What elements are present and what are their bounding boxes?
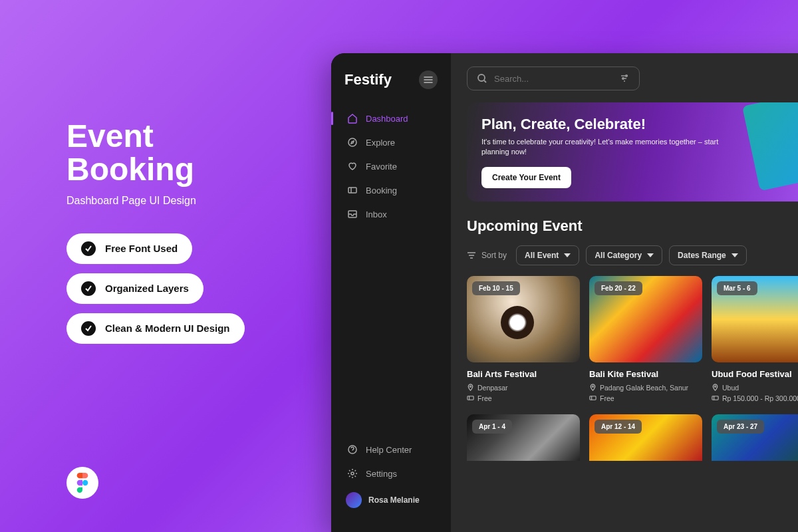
search-field[interactable] bbox=[494, 74, 614, 84]
svg-rect-14 bbox=[712, 396, 718, 400]
feature-pill: Free Font Used bbox=[66, 233, 192, 264]
search-input[interactable] bbox=[467, 66, 640, 90]
event-title: Ubud Food Festival bbox=[712, 369, 798, 379]
check-icon bbox=[81, 241, 96, 256]
filter-label: Dates Range bbox=[678, 251, 726, 260]
inbox-icon bbox=[347, 209, 358, 219]
filters-row: Sort by All Event All Category Dates Ran… bbox=[467, 245, 798, 265]
ticket-icon bbox=[589, 394, 597, 402]
user-profile[interactable]: Rosa Melanie bbox=[331, 485, 451, 515]
hero-banner: Plan, Create, Celebrate! It's time to ce… bbox=[467, 102, 798, 201]
date-badge: Apr 1 - 4 bbox=[472, 420, 512, 434]
sidebar-item-favorite[interactable]: Favorite bbox=[338, 154, 444, 178]
event-image: Feb 10 - 15 bbox=[467, 276, 580, 362]
nav-secondary: Help Center Settings bbox=[331, 438, 451, 485]
date-badge: Apr 23 - 27 bbox=[717, 420, 764, 434]
nav-main: Dashboard Explore Favorite Booking Inbox bbox=[331, 106, 451, 226]
app-logo: Festify bbox=[344, 71, 419, 88]
event-cards-row-2: Apr 1 - 4 Apr 12 - 14 Apr 23 - 27 bbox=[467, 414, 798, 461]
sidebar-item-label: Settings bbox=[366, 469, 397, 479]
figma-icon bbox=[66, 467, 98, 499]
promo-title: EventBooking bbox=[66, 120, 293, 187]
main-content: Plan, Create, Celebrate! It's time to ce… bbox=[451, 53, 798, 532]
compass-icon bbox=[347, 137, 358, 148]
svg-point-13 bbox=[714, 386, 716, 387]
help-icon bbox=[347, 444, 358, 455]
date-badge: Mar 5 - 6 bbox=[717, 281, 757, 295]
event-card[interactable]: Apr 23 - 27 bbox=[712, 414, 798, 461]
sidebar-item-explore[interactable]: Explore bbox=[338, 130, 444, 154]
filter-icon[interactable] bbox=[619, 73, 630, 84]
event-card[interactable]: Feb 20 - 22 Bali Kite Festival Padang Ga… bbox=[589, 276, 702, 405]
event-location: Padang Galak Beach, Sanur bbox=[589, 384, 702, 392]
home-icon bbox=[347, 113, 358, 124]
pin-icon bbox=[712, 384, 719, 391]
avatar bbox=[346, 492, 362, 508]
event-card[interactable]: Apr 12 - 14 bbox=[589, 414, 702, 461]
svg-rect-12 bbox=[590, 396, 596, 400]
filter-label: All Event bbox=[525, 251, 559, 260]
gear-icon bbox=[347, 468, 358, 479]
feature-pill-label: Organized Layers bbox=[105, 283, 189, 294]
event-title: Bali Kite Festival bbox=[589, 369, 702, 379]
svg-point-5 bbox=[351, 472, 354, 475]
sidebar-item-label: Explore bbox=[366, 138, 395, 148]
event-location: Denpasar bbox=[467, 384, 580, 392]
event-card[interactable]: Feb 10 - 15 Bali Arts Festival Denpasar … bbox=[467, 276, 580, 405]
event-card[interactable]: Apr 1 - 4 bbox=[467, 414, 580, 461]
ticket-icon bbox=[347, 185, 358, 196]
event-price: Rp 150.000 - Rp 300.000 bbox=[712, 394, 798, 402]
sidebar-item-label: Booking bbox=[366, 186, 397, 196]
ticket-icon bbox=[712, 394, 719, 402]
filter-event-type[interactable]: All Event bbox=[516, 245, 579, 265]
sidebar-item-inbox[interactable]: Inbox bbox=[338, 202, 444, 226]
event-image: Mar 5 - 6 bbox=[712, 276, 798, 362]
filter-label: All Category bbox=[595, 251, 642, 260]
sidebar-item-label: Inbox bbox=[366, 209, 387, 219]
section-title: Upcoming Event bbox=[467, 217, 798, 235]
sort-label: Sort by bbox=[481, 251, 507, 260]
sidebar-item-booking[interactable]: Booking bbox=[338, 178, 444, 202]
event-price: Free bbox=[589, 394, 702, 402]
ticket-icon bbox=[467, 394, 474, 402]
check-icon bbox=[81, 321, 96, 336]
sidebar-item-help[interactable]: Help Center bbox=[338, 438, 444, 462]
filter-dates[interactable]: Dates Range bbox=[669, 245, 747, 265]
event-card[interactable]: Mar 5 - 6 Ubud Food Festival Ubud Rp 150… bbox=[712, 276, 798, 405]
sort-icon bbox=[467, 251, 476, 259]
pin-icon bbox=[589, 384, 597, 391]
menu-toggle-button[interactable] bbox=[419, 70, 438, 89]
svg-point-11 bbox=[592, 386, 593, 387]
date-badge: Feb 10 - 15 bbox=[472, 281, 520, 295]
pin-icon bbox=[467, 384, 474, 391]
hamburger-icon bbox=[424, 76, 433, 83]
search-icon bbox=[477, 73, 487, 84]
sidebar-item-settings[interactable]: Settings bbox=[338, 462, 444, 485]
feature-pill: Clean & Modern UI Design bbox=[66, 313, 245, 344]
svg-rect-10 bbox=[467, 396, 473, 400]
sidebar-item-dashboard[interactable]: Dashboard bbox=[338, 106, 444, 130]
svg-point-9 bbox=[469, 386, 471, 387]
event-cards-row: Feb 10 - 15 Bali Arts Festival Denpasar … bbox=[467, 276, 798, 405]
sidebar-item-label: Dashboard bbox=[366, 114, 408, 124]
event-location: Ubud bbox=[712, 384, 798, 392]
feature-pill-label: Free Font Used bbox=[105, 243, 178, 254]
feature-pill-label: Clean & Modern UI Design bbox=[105, 323, 230, 334]
chevron-down-icon bbox=[647, 253, 654, 257]
hero-subtitle: It's time to celebrate your creativity! … bbox=[481, 137, 721, 158]
svg-point-0 bbox=[82, 480, 88, 485]
date-badge: Apr 12 - 14 bbox=[595, 420, 642, 434]
feature-pill: Organized Layers bbox=[66, 273, 203, 304]
date-badge: Feb 20 - 22 bbox=[595, 281, 642, 295]
sidebar-item-label: Favorite bbox=[366, 162, 397, 172]
svg-point-6 bbox=[478, 74, 485, 81]
app-window: Festify Dashboard Explore Favorite Booki… bbox=[331, 53, 798, 532]
promo-panel: EventBooking Dashboard Page UI Design Fr… bbox=[66, 120, 293, 353]
hero-title: Plan, Create, Celebrate! bbox=[481, 116, 798, 133]
filter-category[interactable]: All Category bbox=[586, 245, 662, 265]
create-event-button[interactable]: Create Your Event bbox=[481, 167, 571, 188]
event-title: Bali Arts Festival bbox=[467, 369, 580, 379]
event-image: Feb 20 - 22 bbox=[589, 276, 702, 362]
heart-icon bbox=[347, 161, 358, 172]
chevron-down-icon bbox=[564, 253, 571, 257]
